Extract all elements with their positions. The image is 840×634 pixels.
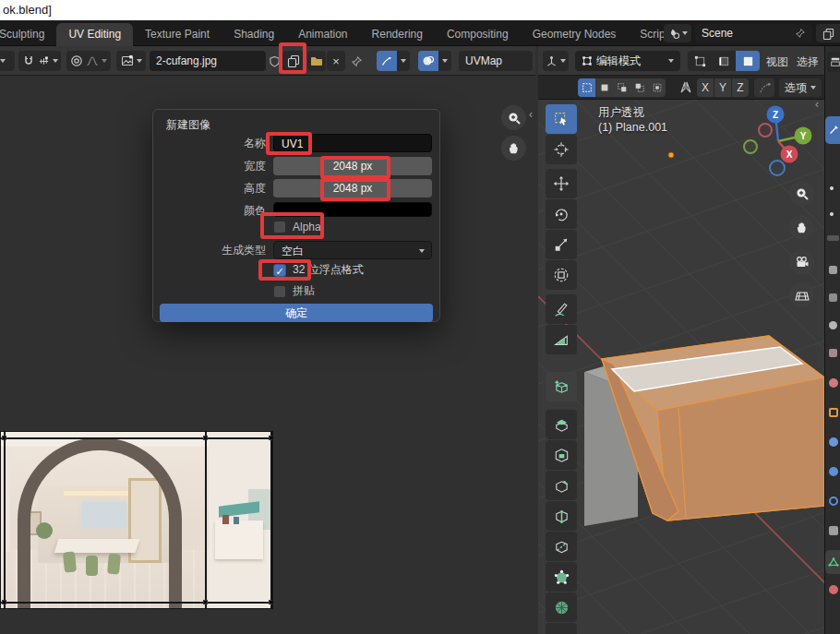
uv-image[interactable] bbox=[0, 431, 273, 609]
uv-vertex[interactable] bbox=[269, 436, 273, 440]
uv-vertex[interactable] bbox=[203, 600, 208, 604]
uv-sidebar-collapse[interactable]: ‹ bbox=[529, 108, 533, 121]
mode-selector[interactable]: 编辑模式 bbox=[575, 51, 680, 71]
gizmo-neg-y[interactable] bbox=[744, 140, 757, 153]
tab-rendering[interactable]: Rendering bbox=[360, 23, 435, 46]
props-tab-physics[interactable] bbox=[829, 496, 838, 506]
options-dropdown[interactable]: 选项 bbox=[779, 78, 822, 97]
gizmos-toggle[interactable] bbox=[377, 51, 397, 71]
tab-compositing[interactable]: Compositing bbox=[435, 23, 521, 46]
image-browse-button[interactable] bbox=[116, 51, 146, 71]
uv-edge[interactable] bbox=[1, 602, 273, 604]
gizmo-neg-z[interactable] bbox=[770, 161, 785, 175]
tool-scale[interactable] bbox=[546, 230, 577, 259]
scene-name-field[interactable]: Scene bbox=[695, 24, 812, 42]
tab-geometry-nodes[interactable]: Geometry Nodes bbox=[521, 23, 629, 46]
tab-texture-paint[interactable]: Texture Paint bbox=[133, 23, 222, 46]
vp-ortho-button[interactable] bbox=[789, 282, 814, 307]
snap-group[interactable] bbox=[18, 51, 61, 71]
menu-select[interactable]: 选择 bbox=[797, 54, 819, 70]
props-tab-world[interactable] bbox=[829, 378, 838, 388]
gizmos-dropdown[interactable] bbox=[397, 51, 410, 71]
props-tab-scene[interactable] bbox=[829, 349, 837, 357]
tool-cursor[interactable] bbox=[546, 135, 577, 164]
editor-type-button-3d[interactable] bbox=[543, 51, 569, 71]
tool-smooth[interactable] bbox=[546, 623, 577, 634]
open-image-button[interactable] bbox=[307, 51, 326, 71]
mirror-z-button[interactable]: Z bbox=[732, 78, 749, 97]
tool-bevel[interactable] bbox=[546, 471, 577, 500]
tool-rotate[interactable] bbox=[546, 199, 577, 229]
select-mode-edge[interactable] bbox=[712, 51, 736, 71]
uv-edge[interactable] bbox=[205, 432, 207, 609]
overlays-toggle[interactable] bbox=[418, 51, 438, 71]
tool-poly-build[interactable] bbox=[546, 562, 577, 592]
overlays-dropdown[interactable] bbox=[438, 51, 451, 71]
menu-view[interactable]: 视图 bbox=[766, 54, 788, 70]
tool-spin[interactable] bbox=[546, 592, 577, 622]
mirror-y-button[interactable]: Y bbox=[714, 78, 731, 97]
props-tab-data-active[interactable] bbox=[825, 550, 840, 574]
props-slider[interactable] bbox=[827, 235, 839, 241]
props-tab-render[interactable] bbox=[829, 266, 837, 274]
tool-extrude[interactable] bbox=[546, 410, 577, 439]
tool-loop-cut[interactable] bbox=[546, 501, 577, 531]
props-tab-tool[interactable] bbox=[825, 116, 840, 144]
tool-add-cube[interactable] bbox=[546, 372, 577, 401]
props-tab-output[interactable] bbox=[829, 293, 837, 302]
vp-sidebar-collapse[interactable]: ‹ bbox=[815, 98, 819, 111]
pin-icon[interactable] bbox=[795, 28, 806, 39]
uv-edge[interactable] bbox=[1, 437, 273, 439]
select-tool-extend[interactable] bbox=[613, 78, 630, 97]
tool-knife[interactable] bbox=[546, 532, 577, 561]
uv-edge[interactable] bbox=[4, 432, 6, 609]
tool-transform[interactable] bbox=[546, 260, 577, 290]
select-tool-subtract[interactable] bbox=[630, 78, 648, 97]
select-tool-tweak[interactable] bbox=[578, 78, 595, 97]
gizmo-neg-x[interactable] bbox=[759, 124, 772, 137]
tiled-checkbox[interactable] bbox=[273, 285, 286, 298]
uv-vertex[interactable] bbox=[203, 436, 208, 440]
props-tab-material[interactable] bbox=[829, 585, 838, 594]
uv-map-selector[interactable]: UVMap bbox=[459, 51, 533, 71]
uv-zoom-button[interactable] bbox=[501, 105, 526, 130]
mirror-x-button[interactable]: X bbox=[697, 78, 714, 97]
vp-pan-button[interactable] bbox=[789, 215, 814, 240]
generated-type-dropdown[interactable]: 空白 bbox=[273, 241, 432, 259]
proportional-snap-button[interactable] bbox=[754, 78, 774, 97]
select-tool-intersect[interactable] bbox=[648, 78, 666, 97]
scene-browse-button[interactable] bbox=[664, 24, 691, 42]
tool-measure[interactable] bbox=[546, 325, 577, 354]
tool-select-box[interactable] bbox=[546, 104, 577, 134]
props-tab-object[interactable] bbox=[829, 408, 838, 417]
uv-vertex[interactable] bbox=[2, 600, 6, 604]
uv-pan-button[interactable] bbox=[501, 136, 526, 161]
proportional-edit-group[interactable] bbox=[66, 51, 111, 71]
navigation-gizmo[interactable]: Z Y X bbox=[743, 102, 826, 180]
tab-shading[interactable]: Shading bbox=[222, 23, 286, 46]
uv-vertex[interactable] bbox=[2, 436, 6, 440]
unlink-image-button[interactable]: × bbox=[327, 51, 345, 71]
ok-button[interactable]: 确定 bbox=[160, 304, 433, 322]
select-tool-box[interactable] bbox=[595, 78, 613, 97]
editor-type-button-uv[interactable] bbox=[0, 51, 15, 71]
uv-edge[interactable] bbox=[270, 432, 272, 609]
properties-editor-type-button[interactable] bbox=[827, 52, 840, 72]
tool-inset[interactable] bbox=[546, 440, 577, 470]
vp-zoom-button[interactable] bbox=[789, 181, 814, 206]
uv-vertex[interactable] bbox=[269, 600, 273, 604]
select-mode-face[interactable] bbox=[736, 51, 760, 71]
tool-move[interactable] bbox=[546, 169, 577, 198]
select-mode-vertex[interactable] bbox=[688, 51, 712, 71]
props-tab-viewlayer[interactable] bbox=[829, 321, 837, 329]
tool-annotate[interactable] bbox=[546, 294, 577, 324]
props-tab-particles[interactable] bbox=[829, 467, 838, 476]
props-tab-modifiers[interactable] bbox=[829, 437, 838, 447]
tab-sculpting[interactable]: Sculpting bbox=[0, 23, 56, 46]
pin-toggle-button[interactable] bbox=[349, 51, 364, 71]
new-scene-button[interactable] bbox=[816, 24, 840, 42]
image-name-field[interactable]: 2-cufang.jpg bbox=[150, 51, 266, 71]
vp-camera-button[interactable] bbox=[789, 249, 814, 274]
tab-uv-editing[interactable]: UV Editing bbox=[56, 23, 133, 46]
props-tab-constraints[interactable] bbox=[829, 526, 838, 535]
